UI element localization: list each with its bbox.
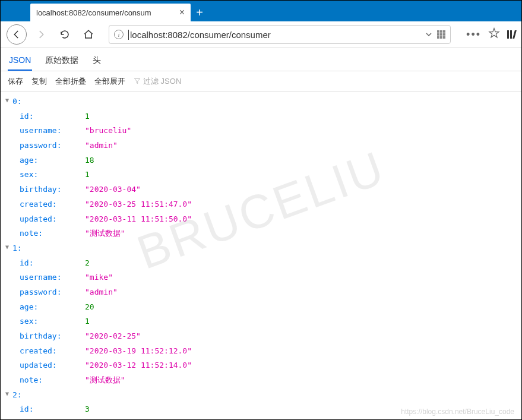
json-property-row[interactable]: username bruceliu [20,124,517,138]
home-button[interactable] [79,25,98,44]
json-property-row[interactable]: created 2020-03-19 11:52:12.0 [20,344,517,359]
json-property-row[interactable]: age 20 [20,300,517,315]
json-property-row[interactable]: sex 1 [20,314,517,329]
json-value: 测试数据 [85,373,125,388]
json-object-body: id 3 [5,402,517,417]
json-value: 2020-03-12 11:52:14.0 [85,358,192,373]
json-array-item[interactable]: ▼ 1 [5,241,517,256]
json-key: age [20,302,38,311]
json-property-row[interactable]: password admin [20,138,517,153]
site-info-icon[interactable]: i [114,30,124,39]
collapse-toggle-icon[interactable]: ▼ [5,388,12,403]
bookmark-star-icon[interactable] [488,27,500,42]
json-property-row[interactable]: created 2020-03-25 11:51:47.0 [20,197,517,212]
back-button[interactable] [7,24,27,45]
json-object-body: id 2 username mike password admin age 20… [5,256,517,388]
forward-button[interactable] [31,25,50,44]
arrow-left-icon [11,29,22,40]
filter-placeholder: 过滤 JSON [143,76,181,87]
url-bar[interactable]: i localhost:8082/consumer/consumer [109,25,451,44]
json-array-item[interactable]: ▼ 0 [5,94,517,109]
json-value: 2020-03-19 11:52:12.0 [85,344,192,359]
save-button[interactable]: 保存 [8,76,23,87]
json-property-row[interactable]: note 测试数据 [20,226,517,241]
qr-code-icon[interactable] [437,30,445,39]
json-array-item[interactable]: ▼ 2 [5,388,517,403]
copy-button[interactable]: 复制 [31,76,47,87]
json-key: password [20,288,61,296]
json-key: note [20,229,43,238]
json-key: updated [20,214,57,223]
tab-headers[interactable]: 头 [91,53,102,71]
url-text: localhost:8082/consumer/consumer [128,30,420,40]
json-value: mike [85,270,113,285]
arrow-right-icon [36,29,46,40]
json-value: 1 [85,109,90,124]
json-value: 2020-03-04 [85,182,141,197]
json-key: username [20,126,61,135]
new-tab-button[interactable]: + [191,4,208,21]
collapse-toggle-icon[interactable]: ▼ [5,94,12,109]
json-property-row[interactable]: username mike [20,270,517,285]
json-property-row[interactable]: id 2 [20,256,517,271]
close-tab-icon[interactable]: × [179,7,185,18]
json-index-key: 1 [12,241,22,256]
json-value: 18 [85,153,94,168]
json-value: admin [85,138,118,153]
json-key: note [20,375,43,384]
json-property-row[interactable]: id 3 [20,402,517,417]
json-value: 2020-03-25 11:51:47.0 [85,197,192,212]
json-object-body: id 1 username bruceliu password admin ag… [5,109,517,241]
collapse-toggle-icon[interactable]: ▼ [5,241,12,256]
json-key: id [20,405,33,413]
json-property-row[interactable]: age 18 [20,153,517,168]
url-dropdown-icon[interactable] [425,30,432,40]
json-key: id [20,258,33,267]
json-property-row[interactable]: updated 2020-03-12 11:52:14.0 [20,358,517,373]
json-key: sex [20,317,38,326]
json-key: birthday [20,331,61,340]
collapse-all-button[interactable]: 全部折叠 [55,76,86,87]
json-key: password [20,141,61,150]
home-icon [83,29,94,40]
reload-icon [59,29,70,40]
browser-navbar: i localhost:8082/consumer/consumer ••• [1,21,521,48]
json-value: 1 [85,314,90,329]
json-key: username [20,273,61,282]
json-key: age [20,156,38,165]
filter-input-group[interactable]: 过滤 JSON [134,76,181,87]
json-value: 2 [85,256,90,271]
json-value: 测试数据 [85,226,125,241]
json-key: created [20,200,57,209]
browser-tab-active[interactable]: localhost:8082/consumer/consum × [30,4,191,21]
json-property-row[interactable]: password admin [20,285,517,300]
tab-raw-data[interactable]: 原始数据 [44,53,80,71]
json-viewer[interactable]: ▼ 0 id 1 username bruceliu password admi… [1,92,521,420]
page-actions-icon[interactable]: ••• [466,29,481,41]
json-property-row[interactable]: note 测试数据 [20,373,517,388]
json-property-row[interactable]: updated 2020-03-11 11:51:50.0 [20,212,517,227]
json-property-row[interactable]: id 1 [20,109,517,124]
view-mode-tabs: JSON 原始数据 头 [1,48,521,71]
json-key: birthday [20,185,61,194]
json-value: 2020-02-25 [85,329,141,344]
expand-all-button[interactable]: 全部展开 [94,76,125,87]
json-key: created [20,346,57,355]
reload-button[interactable] [55,25,74,44]
json-value: bruceliu [85,124,131,138]
json-value: 1 [85,168,90,182]
json-index-key: 2 [12,388,22,403]
json-property-row[interactable]: birthday 2020-02-25 [20,329,517,344]
tab-json[interactable]: JSON [8,53,32,71]
browser-tab-strip: localhost:8082/consumer/consum × + [1,1,521,21]
json-value: admin [85,285,118,300]
json-value: 20 [85,300,94,315]
tab-title: localhost:8082/consumer/consum [36,8,175,17]
json-value: 3 [85,402,90,417]
json-key: sex [20,170,38,179]
library-icon[interactable] [507,30,515,39]
json-property-row[interactable]: sex 1 [20,168,517,182]
funnel-icon [134,77,141,86]
json-property-row[interactable]: birthday 2020-03-04 [20,182,517,197]
json-key: updated [20,361,57,370]
